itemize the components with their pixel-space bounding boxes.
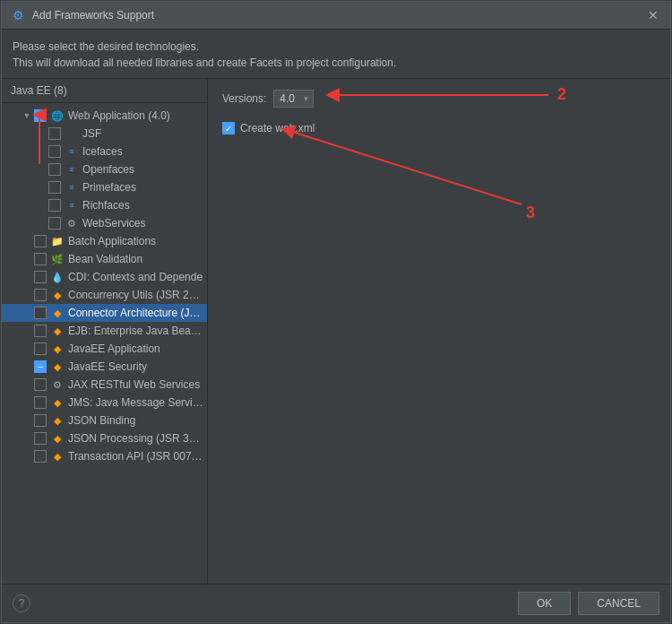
label-javaee-app: JavaEE Application xyxy=(68,342,160,355)
icon-json-processing: ◆ xyxy=(50,431,65,446)
checkbox-jax-rest[interactable] xyxy=(34,378,47,391)
icon-richfaces: ≡ xyxy=(65,198,79,212)
svg-text:3: 3 xyxy=(526,204,535,221)
icon-jax-rest: ⚙ xyxy=(50,377,65,392)
checkbox-javaee-sec[interactable] xyxy=(34,360,47,373)
left-panel: Java EE (8) 🌐 Web Application (4.0) JSF xyxy=(2,79,208,584)
icon-json-binding: ◆ xyxy=(50,413,65,428)
label-connector: Connector Architecture (JSR 322) xyxy=(68,307,203,319)
checkbox-batch[interactable] xyxy=(34,235,47,247)
description-line1: Please select the desired technologies. xyxy=(13,39,659,55)
help-button[interactable]: ? xyxy=(13,594,30,612)
label-richfaces: Richfaces xyxy=(82,199,130,212)
tree-item-json-processing[interactable]: ◆ JSON Processing (JSR 353… xyxy=(2,429,207,447)
footer-buttons: OK CANCEL xyxy=(518,592,659,615)
expand-arrow-web-app[interactable] xyxy=(20,108,34,123)
right-panel: Versions: 1.2 2.0 2.3 2.4 2.5 3.0 3.1 4.… xyxy=(208,79,670,584)
tree-item-connector[interactable]: ◆ Connector Architecture (JSR 322) xyxy=(2,304,207,322)
label-web-app: Web Application (4.0) xyxy=(68,109,170,122)
tree-item-jms[interactable]: ◆ JMS: Java Message Servic… xyxy=(2,394,207,412)
checkbox-web-app[interactable] xyxy=(34,109,47,122)
tree-item-cdi[interactable]: 💧 CDI: Contexts and Depende xyxy=(2,268,207,286)
icon-jsf xyxy=(65,126,79,141)
ok-button[interactable]: OK xyxy=(518,592,571,615)
tree-item-jsf[interactable]: JSF xyxy=(2,125,207,143)
checkbox-javaee-app[interactable] xyxy=(34,342,47,355)
title-bar: ⚙ Add Frameworks Support ✕ xyxy=(2,2,670,30)
svg-line-3 xyxy=(284,129,521,204)
checkbox-json-processing[interactable] xyxy=(34,432,47,445)
content-area: Java EE (8) 🌐 Web Application (4.0) JSF xyxy=(2,79,670,584)
dialog-title: Add Frameworks Support xyxy=(32,9,638,22)
checkbox-bean[interactable] xyxy=(34,253,47,265)
icon-webservices: ⚙ xyxy=(65,216,79,230)
add-frameworks-dialog: ⚙ Add Frameworks Support ✕ Please select… xyxy=(1,1,671,623)
label-jms: JMS: Java Message Servic… xyxy=(68,396,203,409)
label-cdi: CDI: Contexts and Depende xyxy=(68,271,202,283)
version-select[interactable]: 1.2 2.0 2.3 2.4 2.5 3.0 3.1 4.0 xyxy=(273,90,314,108)
label-javaee-sec: JavaEE Security xyxy=(68,360,147,373)
checkbox-richfaces[interactable] xyxy=(48,199,61,212)
icon-cdi: 💧 xyxy=(50,270,65,284)
versions-label: Versions: xyxy=(222,92,266,105)
icon-icefaces: ≡ xyxy=(65,144,79,159)
icon-javaee-sec: ◆ xyxy=(50,360,65,374)
label-concurrency: Concurrency Utils (JSR 23… xyxy=(68,289,203,301)
cancel-button[interactable]: CANCEL xyxy=(578,592,659,615)
tree-item-javaee-app[interactable]: ◆ JavaEE Application xyxy=(2,340,207,358)
checkbox-transaction[interactable] xyxy=(34,450,47,463)
icon-connector: ◆ xyxy=(50,306,65,320)
checkbox-jms[interactable] xyxy=(34,396,47,409)
checkbox-concurrency[interactable] xyxy=(34,289,47,301)
description-line2: This will download all needed libraries … xyxy=(13,55,659,71)
label-jsf: JSF xyxy=(82,127,101,140)
label-json-binding: JSON Binding xyxy=(68,414,135,427)
icon-bean: 🌿 xyxy=(50,252,65,266)
checkbox-icefaces[interactable] xyxy=(48,145,61,158)
label-json-processing: JSON Processing (JSR 353… xyxy=(68,432,203,445)
icon-batch: 📁 xyxy=(50,234,65,248)
icon-jms: ◆ xyxy=(50,395,65,410)
tree-item-richfaces[interactable]: ≡ Richfaces xyxy=(2,196,207,214)
icon-openfaces: ≡ xyxy=(65,162,79,177)
tree-item-openfaces[interactable]: ≡ Openfaces xyxy=(2,160,207,178)
tree-item-javaee-sec[interactable]: ◆ JavaEE Security xyxy=(2,358,207,376)
help-icon-label: ? xyxy=(19,597,25,610)
label-transaction: Transaction API (JSR 007… xyxy=(68,450,202,463)
icon-web-app: 🌐 xyxy=(50,108,65,123)
label-openfaces: Openfaces xyxy=(82,163,134,176)
tree-item-json-binding[interactable]: ◆ JSON Binding xyxy=(2,412,207,429)
description-area: Please select the desired technologies. … xyxy=(2,30,670,79)
tree-item-web-app[interactable]: 🌐 Web Application (4.0) xyxy=(2,107,207,125)
label-primefaces: Primefaces xyxy=(82,181,136,194)
checkbox-cdi[interactable] xyxy=(34,271,47,283)
icon-primefaces: ≡ xyxy=(65,180,79,195)
label-webservices: WebServices xyxy=(82,217,145,230)
create-webxml-row[interactable]: Create web.xml xyxy=(222,122,656,134)
framework-tree[interactable]: 🌐 Web Application (4.0) JSF ≡ Icefaces xyxy=(2,103,207,584)
close-button[interactable]: ✕ xyxy=(645,7,661,23)
tree-item-webservices[interactable]: ⚙ WebServices xyxy=(2,214,207,232)
version-select-wrapper[interactable]: 1.2 2.0 2.3 2.4 2.5 3.0 3.1 4.0 xyxy=(273,90,314,108)
checkbox-ejb[interactable] xyxy=(34,325,47,337)
versions-row: Versions: 1.2 2.0 2.3 2.4 2.5 3.0 3.1 4.… xyxy=(222,90,656,108)
checkbox-jsf[interactable] xyxy=(48,127,61,140)
tree-item-transaction[interactable]: ◆ Transaction API (JSR 007… xyxy=(2,447,207,465)
tree-item-icefaces[interactable]: ≡ Icefaces xyxy=(2,143,207,160)
tree-item-batch[interactable]: 📁 Batch Applications xyxy=(2,232,207,250)
icon-transaction: ◆ xyxy=(50,449,65,464)
tree-item-primefaces[interactable]: ≡ Primefaces xyxy=(2,178,207,196)
checkbox-openfaces[interactable] xyxy=(48,163,61,176)
checkbox-primefaces[interactable] xyxy=(48,181,61,194)
label-icefaces: Icefaces xyxy=(82,145,123,158)
checkbox-webservices[interactable] xyxy=(48,217,61,230)
create-webxml-checkbox[interactable] xyxy=(222,122,235,134)
checkbox-connector[interactable] xyxy=(34,307,47,319)
tree-item-jax-rest[interactable]: ⚙ JAX RESTful Web Services xyxy=(2,376,207,394)
tree-item-concurrency[interactable]: ◆ Concurrency Utils (JSR 23… xyxy=(2,286,207,304)
left-panel-header: Java EE (8) xyxy=(2,79,207,103)
tree-item-ejb[interactable]: ◆ EJB: Enterprise Java Bean… xyxy=(2,322,207,340)
create-webxml-label: Create web.xml xyxy=(240,122,314,134)
tree-item-bean-validation[interactable]: 🌿 Bean Validation xyxy=(2,250,207,268)
checkbox-json-binding[interactable] xyxy=(34,414,47,427)
